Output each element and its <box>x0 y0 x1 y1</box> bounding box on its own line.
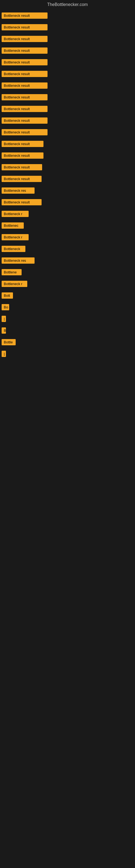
list-item: | <box>1 314 135 325</box>
list-item: Bo <box>1 302 135 314</box>
bottleneck-badge[interactable]: | <box>2 316 6 322</box>
list-item: Bottleneck result <box>1 80 135 92</box>
list-item: Bottleneck result <box>1 69 135 80</box>
bottleneck-badge[interactable]: Bottleneck result <box>2 129 48 135</box>
bottleneck-badge[interactable]: | <box>2 351 6 357</box>
list-item: Bottlenec <box>1 220 135 232</box>
list-item: Bottleneck result <box>1 22 135 34</box>
bottleneck-badge[interactable]: Bottleneck res <box>2 257 35 264</box>
list-item: Bottleneck r <box>1 279 135 290</box>
bottleneck-badge[interactable]: Bottleneck result <box>2 48 48 54</box>
list-item: Bottlene <box>1 267 135 279</box>
list-item: Bott <box>1 290 135 302</box>
bottleneck-badge[interactable]: Bottlene <box>2 269 21 275</box>
bottleneck-badge[interactable]: Bottleneck r <box>2 234 29 240</box>
list-item: Bottleneck res <box>1 185 135 197</box>
list-item: Bottleneck result <box>1 162 135 174</box>
bottleneck-badge[interactable]: Bottleneck result <box>2 94 48 100</box>
bottleneck-badge[interactable]: Bottleneck result <box>2 176 42 182</box>
list-item: Bottleneck result <box>1 150 135 162</box>
list-item: Bottleneck result <box>1 92 135 104</box>
bottleneck-badge[interactable]: Bottleneck r <box>2 281 27 287</box>
list-item: Bottleneck r <box>1 209 135 220</box>
bottleneck-badge[interactable]: Bottleneck result <box>2 118 48 124</box>
list-item: Bottleneck <box>1 244 135 255</box>
list-item: Bottleneck result <box>1 104 135 115</box>
bottleneck-badge[interactable]: Bottleneck result <box>2 106 48 112</box>
list-item: Bottleneck result <box>1 10 135 22</box>
bottleneck-badge[interactable]: Bottleneck result <box>2 152 43 159</box>
list-item: Bottleneck result <box>1 34 135 45</box>
bottleneck-badge[interactable]: Bottleneck result <box>2 164 42 170</box>
bottleneck-badge[interactable]: Bottleneck result <box>2 71 48 77</box>
bottleneck-badge[interactable]: Bottleneck <box>2 246 26 252</box>
bottleneck-badge[interactable]: Bottleneck result <box>2 36 48 42</box>
bottleneck-badge[interactable]: Bottleneck res <box>2 187 35 194</box>
list-item: Bottleneck result <box>1 115 135 127</box>
list-item: Bottleneck res <box>1 255 135 267</box>
items-container: Bottleneck resultBottleneck resultBottle… <box>0 9 135 360</box>
list-item: | <box>1 348 135 360</box>
page-title: TheBottlenecker.com <box>0 0 135 9</box>
list-item: Bottleneck result <box>1 138 135 150</box>
list-item: Bottleneck result <box>1 127 135 138</box>
list-item: B <box>1 325 135 337</box>
list-item: Bottleneck result <box>1 45 135 57</box>
bottleneck-badge[interactable]: Bottlenec <box>2 222 24 229</box>
bottleneck-badge[interactable]: Bottleneck result <box>2 83 48 89</box>
bottleneck-badge[interactable]: Bottleneck result <box>2 141 43 147</box>
bottleneck-badge[interactable]: Bottle <box>2 339 16 345</box>
list-item: Bottleneck r <box>1 232 135 244</box>
list-item: Bottleneck result <box>1 197 135 209</box>
bottleneck-badge[interactable]: Bottleneck r <box>2 211 29 217</box>
bottleneck-badge[interactable]: Bottleneck result <box>2 59 48 65</box>
bottleneck-badge[interactable]: Bottleneck result <box>2 12 48 19</box>
bottleneck-badge[interactable]: Bottleneck result <box>2 24 48 30</box>
list-item: Bottle <box>1 337 135 348</box>
bottleneck-badge[interactable]: Bottleneck result <box>2 199 42 205</box>
list-item: Bottleneck result <box>1 57 135 69</box>
bottleneck-badge[interactable]: Bo <box>2 304 9 310</box>
bottleneck-badge[interactable]: B <box>2 328 6 334</box>
bottleneck-badge[interactable]: Bott <box>2 292 13 299</box>
list-item: Bottleneck result <box>1 174 135 185</box>
